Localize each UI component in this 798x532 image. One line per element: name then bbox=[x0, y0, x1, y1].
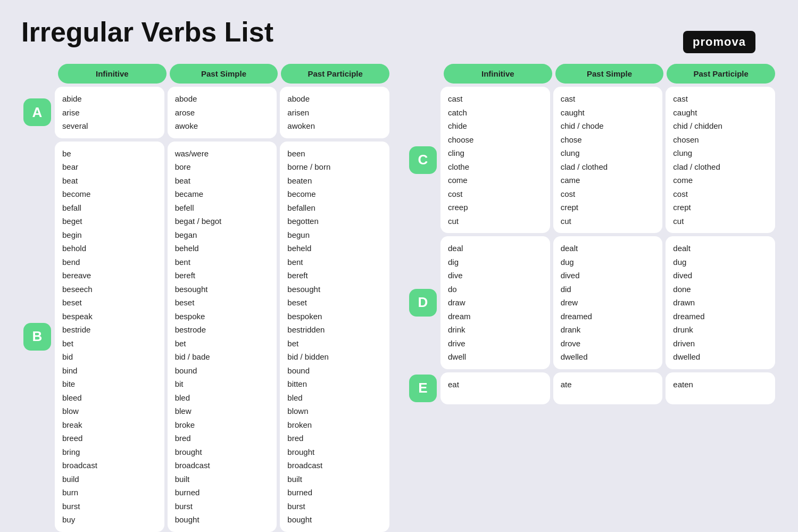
infinitive-word: arise bbox=[62, 106, 157, 120]
past-participle-word: burst bbox=[287, 500, 382, 513]
past-participle-word: beaten bbox=[287, 174, 382, 188]
past-simple-word: arose bbox=[175, 106, 270, 120]
infinitive-word: clothe bbox=[448, 160, 543, 174]
letter-badge: A bbox=[23, 98, 51, 126]
past-participle-word: bled bbox=[287, 391, 382, 405]
past-simple-word: bled bbox=[175, 391, 270, 405]
past-simple-word: crept bbox=[561, 201, 655, 214]
past-participle-word: drawn bbox=[673, 296, 768, 310]
infinitive-word: do bbox=[448, 282, 543, 296]
past-simple-word: beset bbox=[175, 296, 270, 310]
past-participle-word: bitten bbox=[287, 377, 382, 391]
past-participle-col: dealtdugdiveddonedrawndreameddrunkdriven… bbox=[666, 236, 775, 369]
past-simple-word: bestrode bbox=[175, 323, 270, 337]
past-participle-word: bet bbox=[287, 337, 382, 351]
past-participle-word: come bbox=[673, 173, 768, 187]
letter-cell-d: D bbox=[407, 236, 439, 369]
past-participle-word: bereft bbox=[287, 269, 382, 282]
infinitive-word: blow bbox=[62, 404, 157, 418]
past-participle-word: abode bbox=[287, 92, 382, 106]
past-participle-word: brought bbox=[287, 445, 382, 459]
past-simple-word: cast bbox=[561, 92, 655, 106]
past-simple-word: caught bbox=[561, 106, 655, 120]
past-simple-word: beheld bbox=[175, 242, 270, 255]
past-participle-word: been bbox=[287, 147, 382, 161]
past-simple-word: clad / clothed bbox=[561, 160, 655, 174]
past-simple-word: bought bbox=[175, 513, 270, 527]
infinitive-word: catch bbox=[448, 106, 543, 120]
past-simple-word: did bbox=[561, 282, 655, 296]
past-simple-word: dealt bbox=[561, 242, 655, 255]
past-participle-word: chid / chidden bbox=[673, 119, 768, 133]
past-simple-word: begat / begot bbox=[175, 214, 270, 228]
past-simple-word: abode bbox=[175, 92, 270, 106]
right-header-letter bbox=[409, 64, 440, 84]
infinitive-word: beat bbox=[62, 174, 157, 188]
past-participle-word: dwelled bbox=[673, 350, 768, 364]
past-simple-col: castcaughtchid / chodechoseclungclad / c… bbox=[553, 87, 663, 233]
past-participle-word: eaten bbox=[673, 378, 768, 392]
infinitive-word: burst bbox=[62, 500, 157, 513]
left-header-infinitive: Infinitive bbox=[58, 64, 167, 84]
infinitive-word: cut bbox=[448, 214, 543, 228]
past-simple-word: bid / bade bbox=[175, 350, 270, 364]
past-simple-col: was/wereborebeatbecamebefellbegat / bego… bbox=[168, 142, 277, 532]
past-simple-word: awoke bbox=[175, 119, 270, 133]
past-simple-word: dived bbox=[561, 269, 655, 282]
infinitive-word: bleed bbox=[62, 391, 157, 405]
past-participle-word: bid / bidden bbox=[287, 350, 382, 364]
infinitive-word: chide bbox=[448, 119, 543, 133]
past-participle-word: crept bbox=[673, 201, 768, 214]
infinitive-word: bind bbox=[62, 364, 157, 378]
letter-badge: D bbox=[409, 289, 437, 317]
infinitive-word: broadcast bbox=[62, 459, 157, 472]
group-row-b: Bbebearbeatbecomebefallbegetbeginbeholdb… bbox=[21, 142, 391, 532]
past-participle-word: dived bbox=[673, 269, 768, 282]
past-simple-word: began bbox=[175, 228, 270, 242]
past-simple-word: ate bbox=[561, 378, 655, 392]
infinitive-word: cast bbox=[448, 92, 543, 106]
past-simple-word: bent bbox=[175, 255, 270, 269]
left-header-past-simple: Past Simple bbox=[170, 64, 278, 84]
past-simple-word: bit bbox=[175, 377, 270, 391]
past-participle-word: bred bbox=[287, 431, 382, 445]
infinitive-word: become bbox=[62, 187, 157, 201]
infinitive-word: bite bbox=[62, 377, 157, 391]
infinitive-col: dealdigdivedodrawdreamdrinkdrivedwell bbox=[440, 236, 550, 369]
past-simple-word: dwelled bbox=[561, 350, 655, 364]
infinitive-word: breed bbox=[62, 431, 157, 445]
past-simple-word: bereft bbox=[175, 269, 270, 282]
left-header-past-participle: Past Participle bbox=[281, 64, 389, 84]
past-participle-word: beheld bbox=[287, 242, 382, 255]
right-header-past-participle: Past Participle bbox=[667, 64, 775, 84]
letter-cell-c: C bbox=[407, 87, 439, 233]
past-participle-word: borne / born bbox=[287, 160, 382, 174]
past-participle-word: dreamed bbox=[673, 310, 768, 323]
past-simple-word: besought bbox=[175, 282, 270, 296]
page-title: Irregular Verbs List bbox=[21, 16, 777, 48]
past-participle-word: built bbox=[287, 472, 382, 486]
past-participle-word: cast bbox=[673, 92, 768, 106]
past-participle-word: bespoken bbox=[287, 310, 382, 323]
letter-cell-a: A bbox=[21, 87, 53, 138]
past-simple-word: burst bbox=[175, 500, 270, 513]
past-participle-word: clad / clothed bbox=[673, 160, 768, 174]
past-participle-word: begotten bbox=[287, 214, 382, 228]
past-participle-word: broadcast bbox=[287, 459, 382, 472]
past-simple-word: drove bbox=[561, 337, 655, 351]
past-participle-word: driven bbox=[673, 337, 768, 351]
past-simple-word: cost bbox=[561, 187, 655, 201]
infinitive-word: befall bbox=[62, 201, 157, 215]
past-simple-col: ate bbox=[553, 372, 663, 404]
letter-cell-e: E bbox=[407, 372, 439, 404]
infinitive-col: eat bbox=[440, 372, 550, 404]
past-participle-word: bestridden bbox=[287, 323, 382, 337]
past-participle-word: bound bbox=[287, 364, 382, 378]
past-simple-word: beat bbox=[175, 174, 270, 188]
past-participle-word: broken bbox=[287, 418, 382, 432]
infinitive-word: bring bbox=[62, 445, 157, 459]
infinitive-word: build bbox=[62, 472, 157, 486]
past-participle-word: befallen bbox=[287, 201, 382, 215]
past-simple-col: abodearoseawoke bbox=[168, 87, 277, 138]
infinitive-word: cling bbox=[448, 146, 543, 160]
